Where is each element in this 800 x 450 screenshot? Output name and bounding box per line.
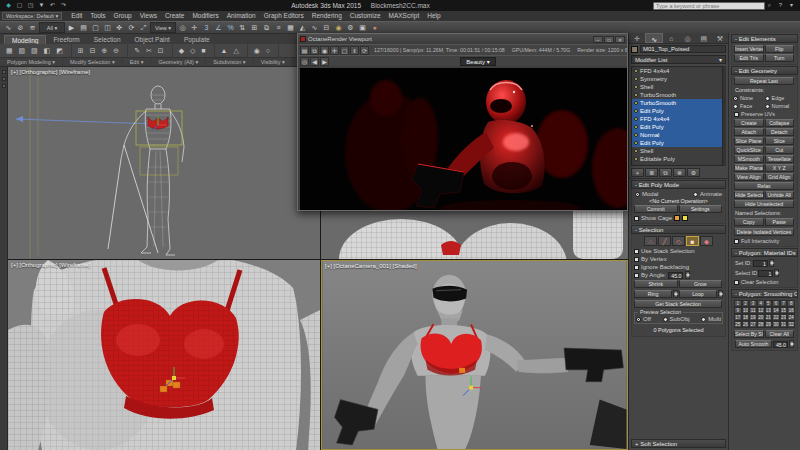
menu-item[interactable]: MAXScript (385, 11, 424, 21)
settings-button[interactable]: Settings (679, 205, 723, 213)
modifier-enabled-icon[interactable] (634, 69, 638, 73)
selection-filter-dropdown[interactable]: All ▾ (39, 22, 65, 33)
edit-geometry-button[interactable]: QuickSlice (734, 146, 764, 154)
smoothing-group-cell[interactable]: 10 (742, 307, 750, 314)
edit-geometry-button[interactable]: Make Planar (734, 164, 764, 172)
selection-checkbox[interactable]: Use Stack Selection (633, 247, 724, 255)
octane-copy-icon[interactable]: ⧉ (310, 46, 319, 55)
object-name-field[interactable]: M01_Top_Poised (640, 45, 726, 53)
border-level-icon[interactable]: ◇ (672, 236, 685, 246)
smoothing-group-cell[interactable]: 11 (749, 307, 757, 314)
schematic-view-icon[interactable]: ⊟ (321, 22, 332, 33)
rollout-edit-geometry[interactable]: - Edit Geometry (731, 66, 798, 75)
ribbon-group-icons[interactable]: ▲ △ (215, 44, 248, 58)
get-stack-selection-button[interactable]: Get Stack Selection (634, 300, 722, 308)
set-id-value[interactable]: 1 (753, 260, 768, 267)
make-unique-icon[interactable]: ⧉ (659, 168, 672, 177)
smoothing-group-cell[interactable]: 2 (742, 300, 750, 307)
octane-window-button[interactable]: ✕ (615, 36, 625, 43)
edit-geometry-button[interactable]: Hide Unselected (734, 200, 794, 208)
ring-spinner[interactable] (673, 290, 678, 298)
ribbon-group-icons[interactable]: ◆ ◇ ■ (173, 44, 215, 58)
constraint-radio[interactable]: Face (733, 102, 765, 110)
viewport-label[interactable]: [+] [Orthographic] [Wireframe] (11, 69, 90, 75)
smoothing-group-cell[interactable]: 22 (772, 314, 780, 321)
octane-prev-pass-icon[interactable]: ◀ (310, 57, 319, 66)
rendered-frame-icon[interactable]: ▣ (357, 22, 368, 33)
octane-pause-icon[interactable]: ‖ (350, 46, 359, 55)
delete-isolated-vertices-button[interactable]: Delete Isolated Vertices (734, 228, 794, 236)
smoothing-group-cell[interactable]: 23 (780, 314, 788, 321)
ribbon-group-label[interactable]: Polygon Modeling ▾ (0, 58, 63, 66)
smoothing-group-cell[interactable]: 6 (772, 300, 780, 307)
edit-geometry-button[interactable]: Grid Align (765, 173, 795, 181)
rollout-material-ids[interactable]: - Polygon: Material IDs (731, 248, 798, 257)
rollout-edit-elements[interactable]: - Edit Elements (731, 34, 798, 43)
octane-pick-focus-icon[interactable]: ✛ (330, 46, 339, 55)
smoothing-group-cell[interactable]: 24 (787, 314, 795, 321)
menu-item[interactable]: Create (161, 11, 189, 21)
selection-checkbox[interactable]: By Vertex (633, 255, 724, 263)
select-and-rotate-icon[interactable]: ⟳ (126, 22, 137, 33)
element-level-icon[interactable]: ◆ (700, 236, 713, 246)
menu-item[interactable]: Graph Editors (260, 11, 308, 21)
select-and-manipulate-icon[interactable]: ✛ (189, 22, 200, 33)
octane-save-icon[interactable]: ▤ (300, 46, 309, 55)
bind-to-spacewarp-icon[interactable]: ≋ (27, 22, 38, 33)
smoothing-group-cell[interactable]: 28 (757, 321, 765, 328)
smoothing-group-cell[interactable]: 16 (787, 307, 795, 314)
polygon-level-icon[interactable]: ■ (686, 236, 699, 246)
menu-item[interactable]: Rendering (308, 11, 346, 21)
select-by-sg-button[interactable]: Select By SG (734, 330, 764, 338)
edge-level-icon[interactable]: ╱ (658, 236, 671, 246)
modal-radio[interactable]: Modal (635, 191, 658, 197)
edit-geometry-button[interactable]: Slice Plane (734, 137, 764, 145)
preserve-uvs-checkbox[interactable]: Preserve UVs (733, 110, 796, 118)
ribbon-group-label[interactable]: Subdivision ▾ (206, 58, 253, 66)
modifier-enabled-icon[interactable] (634, 125, 638, 129)
modifier-stack-item[interactable]: FFD 4x4x4 (632, 115, 725, 123)
snaps-toggle-icon[interactable]: 3 (201, 22, 212, 33)
smoothing-group-cell[interactable]: 15 (780, 307, 788, 314)
render-setup-icon[interactable]: ⚙ (345, 22, 356, 33)
preview-option-radio[interactable]: Multi (701, 316, 721, 322)
rollout-smoothing-groups[interactable]: - Polygon: Smoothing Groups (731, 289, 798, 298)
modifier-enabled-icon[interactable] (634, 101, 638, 105)
viewport-bottom-right[interactable]: [+] [OctaneCamera_001] [Shaded] (321, 260, 628, 450)
menu-item[interactable]: Group (110, 11, 136, 21)
viewport-bl-scene[interactable] (8, 260, 320, 450)
menu-item[interactable]: Tools (86, 11, 109, 21)
edit-geometry-button[interactable]: Collapse (765, 119, 795, 127)
repeat-last-button[interactable]: Repeat Last (734, 77, 794, 85)
modifier-enabled-icon[interactable] (634, 93, 638, 97)
show-cage-checkbox[interactable]: Show Cage (633, 214, 724, 222)
clear-all-button[interactable]: Clear All (765, 330, 795, 338)
commit-button[interactable]: Commit (634, 205, 678, 213)
edit-geometry-button[interactable]: Relax (734, 182, 794, 190)
by-angle-checkbox[interactable]: By Angle: 45.0 (633, 271, 724, 279)
modifier-enabled-icon[interactable] (634, 109, 638, 113)
graphite-toggle-icon[interactable]: ◭ (297, 22, 308, 33)
modifier-stack-item[interactable]: FFD 4x4x4 (632, 67, 725, 75)
smoothing-group-cell[interactable]: 8 (787, 300, 795, 307)
menu-item[interactable]: Help (423, 11, 444, 21)
viewport-bottom-left[interactable]: [+] [Orthographic] [Wireframe] (8, 260, 320, 450)
modifier-enabled-icon[interactable] (634, 117, 638, 121)
help-search-input[interactable] (656, 2, 762, 9)
ribbon-group-icons[interactable]: ◉ ○ (248, 44, 279, 58)
menu-item[interactable]: Modifiers (188, 11, 222, 21)
loop-spinner[interactable] (718, 290, 723, 298)
account-icon[interactable]: ▾ (787, 1, 796, 10)
smoothing-group-cell[interactable]: 12 (757, 307, 765, 314)
stack-scrollbar[interactable] (722, 66, 726, 166)
smoothing-group-cell[interactable]: 9 (734, 307, 742, 314)
viewport-tab-strip[interactable] (0, 67, 8, 450)
animate-radio[interactable]: Animate (693, 191, 722, 197)
octane-window-button[interactable]: – (593, 36, 603, 43)
edit-geometry-button[interactable]: MSmooth (734, 155, 764, 163)
open-file-icon[interactable]: ◳ (26, 1, 35, 10)
smoothing-group-cell[interactable]: 31 (780, 321, 788, 328)
modifier-stack-item[interactable]: TurboSmooth (632, 99, 725, 107)
octane-titlebar[interactable]: OctaneRender Viewport –□✕ (298, 34, 627, 44)
ribbon-group-label[interactable]: Modify Selection ▾ (63, 58, 123, 66)
